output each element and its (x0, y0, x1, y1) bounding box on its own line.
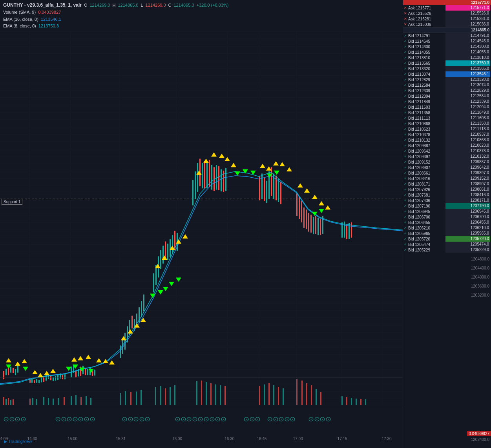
svg-text:⊙⊙⊙⊙: ⊙⊙⊙⊙ (308, 415, 331, 423)
svg-rect-83 (225, 168, 226, 191)
svg-rect-210 (301, 381, 303, 405)
svg-rect-74 (204, 161, 205, 188)
svg-rect-16 (10, 367, 11, 373)
svg-rect-52 (131, 316, 133, 328)
svg-rect-94 (296, 193, 298, 216)
svg-rect-207 (278, 387, 279, 405)
bid-icon: ✓ (404, 45, 407, 49)
svg-rect-180 (64, 397, 65, 405)
bid-icon: ✓ (404, 149, 407, 153)
bid-price: 1209642.0 (445, 165, 490, 170)
svg-rect-168 (3, 397, 4, 405)
ask-price-3: 1215281.0 (445, 16, 490, 22)
svg-rect-190 (141, 390, 142, 405)
svg-rect-103 (318, 218, 319, 235)
ask-label-4: Ask 1215036 (408, 22, 445, 27)
svg-rect-186 (120, 393, 121, 405)
bid-row: ✓ Bid 1207436 1208171.0 (403, 198, 491, 203)
bid-label: Bid 1206210 (408, 226, 445, 230)
bid-price: 1208171.0 (445, 198, 490, 203)
volume-chart-svg (0, 377, 403, 405)
svg-rect-215 (341, 396, 343, 405)
bid-label: Bid 1205965 (408, 231, 445, 236)
bid-icon: ✓ (404, 166, 407, 169)
bid-row: ✓ Bid 1208416 1209152.0 (403, 176, 491, 181)
bid-label: Bid 1213810 (408, 56, 445, 60)
bid-icon: ✓ (404, 72, 407, 76)
svg-rect-89 (271, 167, 272, 196)
bid-label: Bid 1211603 (408, 105, 445, 109)
bid-icon: ✓ (404, 177, 407, 180)
bid-row: ✓ Bid 1211603 1212094.0 (403, 104, 491, 110)
bid-label: Bid 1214300 (408, 45, 445, 49)
bid-icon: ✓ (404, 116, 407, 120)
svg-rect-110 (351, 222, 352, 238)
bid-label: Bid 1210132 (408, 138, 445, 142)
bid-price: 1207190.0 (445, 203, 490, 209)
svg-rect-99 (308, 213, 309, 232)
svg-rect-65 (170, 239, 171, 257)
bid-price: 1211113.0 (445, 126, 490, 132)
bid-row: ✓ Bid 1209642 1210378.0 (403, 148, 491, 154)
svg-rect-176 (43, 397, 44, 405)
bid-icon: ✓ (404, 83, 407, 87)
bid-row: ✓ Bid 1205965 1205965.0 (403, 231, 491, 236)
svg-rect-181 (71, 396, 72, 405)
bid-label: Bid 1207681 (408, 193, 445, 197)
bid-row: ✓ Bid 1208907 1209642.0 (403, 165, 491, 170)
svg-rect-45 (92, 371, 93, 376)
svg-rect-98 (306, 209, 307, 229)
price-spacer: 1204800.0 (403, 257, 491, 262)
svg-text:⊙⊙⊙⊙⊙⊙⊙: ⊙⊙⊙⊙⊙⊙⊙ (55, 415, 95, 423)
bid-price: 1209152.0 (445, 176, 490, 181)
header-info: GUNTHY - v29.3.6_alfa_1.35, 1, valr O 12… (3, 2, 228, 30)
ask-icon-2: ✕ (404, 11, 407, 15)
svg-rect-175 (36, 399, 37, 405)
svg-rect-182 (75, 395, 77, 405)
bid-row: ✓ Bid 1212094 1212584.0 (403, 93, 491, 99)
bid-row: ✓ Bid 1213074 1213546.1 (403, 71, 491, 77)
bid-label: Bid 1205474 (408, 242, 445, 247)
svg-rect-191 (155, 387, 156, 405)
volume-label: Volume (SMA, 9) (3, 9, 36, 16)
svg-rect-218 (356, 399, 357, 405)
svg-rect-195 (174, 385, 175, 405)
svg-rect-58 (153, 273, 154, 293)
ask-row-2: ✕ Ask 1215526 1215526.0 (403, 11, 491, 16)
current-price-bar: 1214865.0 (403, 27, 491, 33)
bid-price: 1213320.0 (445, 77, 490, 82)
bid-price: 1210623.0 (445, 143, 490, 148)
bid-label: Bid 1214055 (408, 50, 445, 55)
bid-row: ✓ Bid 1205229 1205229.0 (403, 247, 491, 253)
svg-rect-92 (278, 179, 279, 202)
svg-rect-66 (172, 235, 173, 254)
bid-row: ✓ Bid 1214300 1214300.0 (403, 44, 491, 49)
svg-rect-214 (320, 392, 321, 405)
svg-rect-197 (201, 381, 202, 405)
bid-entries[interactable]: ✓ Bid 1214791 1214791.0 ✓ Bid 1214545 12… (403, 33, 491, 448)
svg-rect-63 (165, 242, 166, 259)
bid-icon: ✓ (404, 242, 407, 246)
bid-icon: ✓ (404, 111, 407, 115)
time-label-1700: 17:00 (293, 437, 303, 441)
bid-price: 1208661.0 (445, 187, 490, 192)
svg-rect-172 (13, 399, 14, 405)
ask-row-4: ✕ Ask 1215036 1215036.0 (403, 22, 491, 27)
bid-icon: ✓ (404, 204, 407, 208)
bid-price: 1211358.0 (445, 121, 490, 126)
svg-rect-213 (316, 389, 317, 405)
bid-icon: ✓ (404, 34, 407, 38)
bid-row: ✓ Bid 1210378 1210937.0 (403, 132, 491, 137)
bid-row: ✓ Bid 1205474 1205474.0 (403, 242, 491, 247)
bid-row: ✓ Bid 1214055 1214055.0 (403, 49, 491, 55)
svg-rect-77 (211, 165, 212, 190)
svg-rect-179 (58, 398, 59, 405)
price-spacer: 1204400.0 (403, 266, 491, 271)
bid-label: Bid 1212584 (408, 83, 445, 87)
bid-price: 1211849.0 (445, 110, 490, 115)
svg-rect-199 (210, 383, 212, 405)
tradingview-watermark: ▶ TradingView (4, 439, 32, 444)
chart-area[interactable]: GUNTHY - v29.3.6_alfa_1.35, 1, valr O 12… (0, 0, 403, 448)
bid-icon: ✓ (404, 237, 407, 241)
bid-icon: ✓ (404, 56, 407, 60)
